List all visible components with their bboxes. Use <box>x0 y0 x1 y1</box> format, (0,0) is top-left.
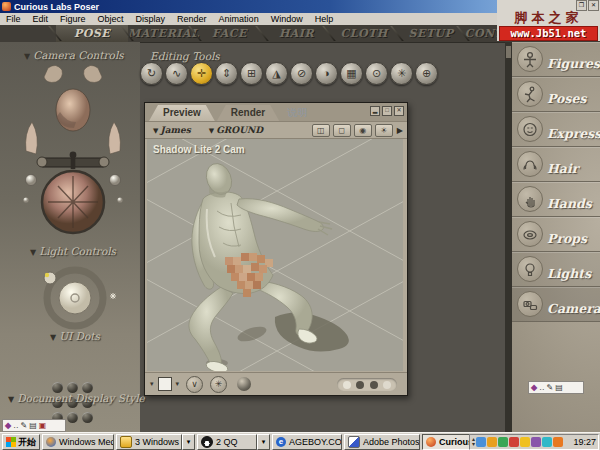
translate-inout-tool-button[interactable]: ⇕ <box>215 62 238 85</box>
preview-viewport[interactable]: Shadow Lite 2 Cam <box>147 139 403 371</box>
tab-hair[interactable]: HAIR <box>263 25 330 42</box>
camera-hand-right[interactable] <box>109 122 121 154</box>
depth-cue-sphere-button[interactable] <box>237 377 251 391</box>
menu-render[interactable]: Render <box>171 13 213 25</box>
camera-preset-icon-3[interactable]: ◉ <box>354 124 372 137</box>
grouping-tool-button[interactable]: ▦ <box>340 62 363 85</box>
tracking-dot-3[interactable] <box>370 381 378 389</box>
library-item-props[interactable]: Props <box>512 217 600 252</box>
library-divider-strip[interactable] <box>505 42 512 432</box>
tray-icon-2[interactable] <box>487 437 497 447</box>
ime-settings-icon[interactable]: ▣ <box>39 421 47 431</box>
taskbar-button-ageboy[interactable]: e AGEBOY.COM <box>272 434 342 450</box>
ime-keyboard-icon[interactable]: ▤ <box>555 383 563 393</box>
chevron-down-icon[interactable]: ▾ <box>176 380 180 388</box>
collapse-arrow-icon[interactable]: ▼ <box>30 248 36 257</box>
preview-tab[interactable]: Preview <box>149 105 215 121</box>
taskbar-button-qq[interactable]: 2 QQ <box>197 434 257 450</box>
background-color-swatch[interactable] <box>158 377 172 391</box>
menu-animation[interactable]: Animation <box>213 13 265 25</box>
ime-dots-icon[interactable]: ‥ <box>13 421 18 431</box>
tray-icon-3[interactable] <box>498 437 508 447</box>
ime-toolbar-right[interactable]: ◆ ‥ ✎ ▤ <box>528 381 584 394</box>
menu-edit[interactable]: Edit <box>27 13 55 25</box>
morphing-tool-button[interactable]: ✳ <box>390 62 413 85</box>
tray-icon-8[interactable] <box>553 437 563 447</box>
tab-face[interactable]: FACE <box>196 25 263 42</box>
light-controls-widget[interactable] <box>30 260 120 332</box>
camera-dot-small-left[interactable] <box>23 197 28 202</box>
doc-minimize-icon[interactable]: ▂ <box>370 106 380 116</box>
camera-dot-small-right[interactable] <box>117 197 122 202</box>
doc-close-icon[interactable]: ✕ <box>394 106 404 116</box>
render-tab[interactable]: Render <box>217 105 279 121</box>
camera-controls-widget[interactable] <box>18 60 128 240</box>
camera-preset-icon-1[interactable]: ◫ <box>312 124 330 137</box>
tracking-dot-2[interactable] <box>356 381 364 389</box>
figure-select-menu[interactable]: ▼James <box>153 125 191 135</box>
ime-pen-icon[interactable]: ✎ <box>21 421 28 431</box>
library-item-figures[interactable]: Figures <box>512 42 600 77</box>
tracking-dot-1[interactable] <box>343 381 351 389</box>
menu-object[interactable]: Object <box>92 13 130 25</box>
group-expand-arrow-icon[interactable]: ▾ <box>257 434 270 450</box>
display-style-selector-button[interactable]: ∨ <box>186 376 203 393</box>
tracking-dot-4[interactable] <box>383 381 391 389</box>
chain-break-tool-button[interactable]: ⊘ <box>290 62 313 85</box>
ime-keyboard-icon[interactable]: ▤ <box>29 421 37 431</box>
library-item-lights[interactable]: Lights <box>512 252 600 287</box>
color-tool-button[interactable]: ◑ <box>315 62 338 85</box>
camera-hand-left[interactable] <box>26 122 38 154</box>
tray-icon-4[interactable] <box>509 437 519 447</box>
next-arrow-icon[interactable]: ▶ <box>397 126 403 135</box>
camera-select-dot-left[interactable] <box>26 175 37 186</box>
library-item-cameras[interactable]: Cameras <box>512 287 600 322</box>
ime-input-mode-icon[interactable]: ◆ <box>531 383 537 393</box>
ime-pen-icon[interactable]: ✎ <box>547 383 554 393</box>
tray-icon-1[interactable] <box>476 437 486 447</box>
light-sphere[interactable] <box>59 282 91 314</box>
translate-pull-tool-button[interactable]: ✛ <box>190 62 213 85</box>
tray-icon-6[interactable] <box>531 437 541 447</box>
tab-pose[interactable]: POSE <box>56 25 128 42</box>
taper-tool-button[interactable]: ◮ <box>265 62 288 85</box>
doc-maximize-icon[interactable]: □ <box>382 106 392 116</box>
menu-display[interactable]: Display <box>130 13 172 25</box>
collapse-arrow-icon[interactable]: ▼ <box>8 395 14 404</box>
menu-window[interactable]: Window <box>265 13 309 25</box>
taskbar-button-photoshop[interactable]: Adobe Photoshop <box>344 434 420 450</box>
library-item-hands[interactable]: Hands <box>512 182 600 217</box>
menu-file[interactable]: File <box>0 13 27 25</box>
library-item-hair[interactable]: Hair <box>512 147 600 182</box>
camera-preset-icon-2[interactable]: ◻ <box>333 124 351 137</box>
tab-material[interactable]: MATERIAL <box>128 25 196 42</box>
taskbar-button-explorer[interactable]: 3 Windows E... <box>116 434 182 450</box>
menu-help[interactable]: Help <box>309 13 340 25</box>
rotate-tool-button[interactable]: ↻ <box>140 62 163 85</box>
ui-dot[interactable] <box>67 412 78 423</box>
tab-setup[interactable]: SETUP <box>398 25 464 42</box>
tracking-dots-control[interactable] <box>337 378 397 391</box>
ui-dot[interactable] <box>82 412 93 423</box>
menu-figure[interactable]: Figure <box>54 13 92 25</box>
start-button[interactable]: 开始 <box>2 434 40 450</box>
library-item-poses[interactable]: Poses <box>512 77 600 112</box>
element-select-menu[interactable]: ▼GROUND <box>209 125 263 135</box>
tracking-mode-button[interactable]: ✳ <box>210 376 227 393</box>
collapse-arrow-icon[interactable]: ▼ <box>50 333 56 342</box>
tray-icon-7[interactable] <box>542 437 552 447</box>
chevron-down-icon[interactable]: ▾ <box>150 380 154 388</box>
camera-preset-icon-4[interactable]: ☀ <box>375 124 393 137</box>
ime-toolbar-left[interactable]: ◆ ‥ ✎ ▤ ▣ <box>2 419 66 432</box>
tab-cloth[interactable]: CLOTH <box>330 25 398 42</box>
twist-tool-button[interactable]: ∿ <box>165 62 188 85</box>
camera-hand-top-right[interactable] <box>84 65 102 82</box>
camera-select-dot-right[interactable] <box>110 175 121 186</box>
camera-hand-top-left[interactable] <box>44 65 62 82</box>
library-item-expression[interactable]: Expression <box>512 112 600 147</box>
divider-handle[interactable] <box>506 46 511 58</box>
taskbar-button-media-player[interactable]: Windows Medi... <box>42 434 114 450</box>
scale-tool-button[interactable]: ⊞ <box>240 62 263 85</box>
tray-icon-5[interactable] <box>520 437 530 447</box>
direct-manipulation-tool-button[interactable]: ⊕ <box>415 62 438 85</box>
